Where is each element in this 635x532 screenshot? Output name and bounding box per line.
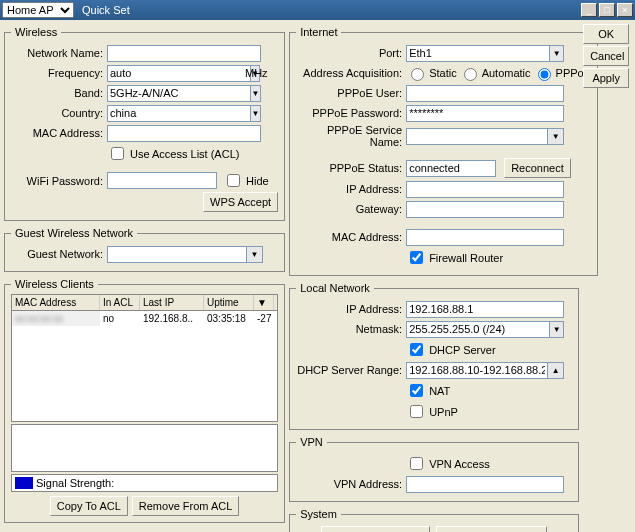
dropdown-icon[interactable]: ▼ [251, 105, 261, 122]
system-legend: System [296, 508, 341, 520]
dhcp-range-input[interactable] [406, 362, 548, 379]
acq-label: Address Acquisition: [296, 67, 406, 79]
pppoe-status-value [406, 160, 496, 177]
cancel-button[interactable]: Cancel [583, 46, 629, 66]
reset-config-button[interactable]: Reset Configuration [436, 526, 547, 532]
copy-acl-button[interactable]: Copy To ACL [50, 496, 128, 516]
netmask-label: Netmask: [296, 323, 406, 335]
firewall-checkbox[interactable]: Firewall Router [406, 248, 503, 267]
local-ip-label: IP Address: [296, 303, 406, 315]
use-acl-checkbox[interactable]: Use Access List (ACL) [107, 144, 239, 163]
wps-button[interactable]: WPS Accept [203, 192, 278, 212]
netmask-input[interactable] [406, 321, 550, 338]
guest-name-input[interactable] [107, 246, 247, 263]
inet-mac-label: MAC Address: [296, 231, 406, 243]
pppoe-pw-label: PPPoE Password: [296, 107, 406, 119]
signal-strength-bar: Signal Strength: [11, 474, 278, 492]
table-row[interactable]: xx:xx:xx:xx no 192.168.8.. 03:35:18 -27 [12, 311, 277, 326]
pppoe-status-label: PPPoE Status: [296, 162, 406, 174]
th-mac[interactable]: MAC Address [12, 295, 100, 310]
titlebar: Home AP Quick Set _ □ × [0, 0, 635, 20]
vpn-addr-label: VPN Address: [296, 478, 406, 490]
pppoe-svc-input[interactable] [406, 128, 548, 145]
radio-automatic[interactable]: Automatic [459, 65, 531, 81]
mac-input[interactable] [107, 125, 261, 142]
nat-checkbox[interactable]: NAT [406, 381, 450, 400]
hide-checkbox[interactable]: Hide [223, 171, 269, 190]
signal-label: Signal Strength: [36, 477, 114, 489]
dropdown-icon[interactable]: ▼ [550, 45, 564, 62]
country-label: Country: [11, 107, 107, 119]
reconnect-button[interactable]: Reconnect [504, 158, 571, 178]
wifi-pw-input[interactable] [107, 172, 217, 189]
guest-legend: Guest Wireless Network [11, 227, 137, 239]
frequency-input[interactable] [107, 65, 251, 82]
mode-select[interactable]: Home AP [2, 2, 74, 18]
inet-gw-label: Gateway: [296, 203, 406, 215]
local-ip-input[interactable] [406, 301, 564, 318]
inet-gw-value [406, 201, 564, 218]
pppoe-user-label: PPPoE User: [296, 87, 406, 99]
th-acl[interactable]: In ACL [100, 295, 140, 310]
th-sig[interactable]: ▼ [254, 295, 274, 310]
check-updates-button[interactable]: Check For Updates [321, 526, 430, 532]
network-name-input[interactable] [107, 45, 261, 62]
dropdown-icon[interactable]: ▼ [251, 85, 261, 102]
window-title: Quick Set [82, 4, 581, 16]
radio-static[interactable]: Static [406, 65, 457, 81]
guest-group: Guest Wireless Network Guest Network: ▼ [4, 227, 285, 272]
apply-button[interactable]: Apply [583, 68, 629, 88]
system-group: System Check For Updates Reset Configura… [289, 508, 579, 532]
th-ip[interactable]: Last IP [140, 295, 204, 310]
wifi-pw-label: WiFi Password: [11, 175, 107, 187]
inet-ip-label: IP Address: [296, 183, 406, 195]
upnp-checkbox[interactable]: UPnP [406, 402, 458, 421]
detail-textarea[interactable] [11, 424, 278, 472]
inet-mac-input[interactable] [406, 229, 564, 246]
band-label: Band: [11, 87, 107, 99]
wireless-legend: Wireless [11, 26, 61, 38]
cell-mac: xx:xx:xx:xx [12, 311, 100, 326]
inet-ip-value [406, 181, 564, 198]
vpn-group: VPN VPN Access VPN Address: [289, 436, 579, 502]
dhcp-checkbox[interactable]: DHCP Server [406, 340, 495, 359]
dropdown-icon[interactable]: ▼ [550, 321, 564, 338]
mac-label: MAC Address: [11, 127, 107, 139]
cell-ip: 192.168.8.. [140, 311, 204, 326]
cell-acl: no [100, 311, 140, 326]
pppoe-svc-label: PPPoE Service Name: [296, 124, 406, 148]
network-name-label: Network Name: [11, 47, 107, 59]
dropdown-icon[interactable]: ▼ [247, 246, 263, 263]
port-input[interactable] [406, 45, 550, 62]
remove-acl-button[interactable]: Remove From ACL [132, 496, 240, 516]
frequency-label: Frequency: [11, 67, 107, 79]
close-icon[interactable]: × [617, 3, 633, 17]
wireless-group: Wireless Network Name: Frequency: ▼ MHz … [4, 26, 285, 221]
vpn-access-checkbox[interactable]: VPN Access [406, 454, 490, 473]
internet-group: Internet Port: ▼ Address Acquisition: St… [289, 26, 598, 276]
port-label: Port: [296, 47, 406, 59]
maximize-icon[interactable]: □ [599, 3, 615, 17]
cell-sig: -27 [254, 311, 274, 326]
pppoe-pw-input[interactable] [406, 105, 564, 122]
vpn-addr-value [406, 476, 564, 493]
cell-uptime: 03:35:18 [204, 311, 254, 326]
up-icon[interactable]: ▲ [548, 362, 564, 379]
local-group: Local Network IP Address: Netmask: ▼ DHC… [289, 282, 579, 430]
band-input[interactable] [107, 85, 251, 102]
vpn-legend: VPN [296, 436, 327, 448]
dhcp-range-label: DHCP Server Range: [296, 364, 406, 376]
mhz-label: MHz [245, 67, 268, 79]
clients-table[interactable]: MAC Address In ACL Last IP Uptime ▼ xx:x… [11, 294, 278, 422]
local-legend: Local Network [296, 282, 374, 294]
ok-button[interactable]: OK [583, 24, 629, 44]
country-input[interactable] [107, 105, 251, 122]
minimize-icon[interactable]: _ [581, 3, 597, 17]
clients-legend: Wireless Clients [11, 278, 98, 290]
internet-legend: Internet [296, 26, 341, 38]
pppoe-user-input[interactable] [406, 85, 564, 102]
th-uptime[interactable]: Uptime [204, 295, 254, 310]
guest-name-label: Guest Network: [11, 248, 107, 260]
clients-group: Wireless Clients MAC Address In ACL Last… [4, 278, 285, 523]
dropdown-icon[interactable]: ▼ [548, 128, 564, 145]
